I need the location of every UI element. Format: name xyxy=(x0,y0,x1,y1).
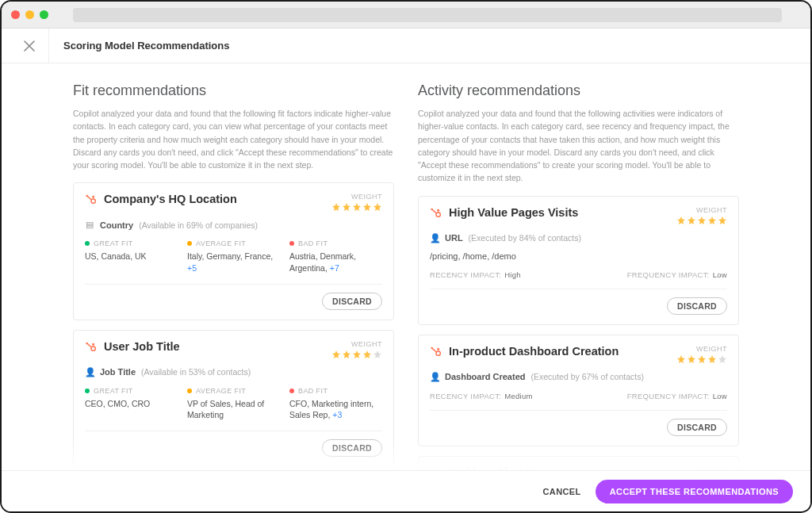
svg-point-6 xyxy=(91,346,95,350)
weight-label: WEIGHT xyxy=(676,345,727,353)
fit-card: User Job Title WEIGHT 👤 Job Title (Avail… xyxy=(73,330,394,467)
minimize-window-icon[interactable] xyxy=(25,10,34,19)
person-icon: 👤 xyxy=(430,372,439,382)
svg-line-8 xyxy=(87,343,91,346)
discard-button[interactable]: DISCARD xyxy=(667,419,727,436)
svg-point-0 xyxy=(92,196,94,198)
weight-label: WEIGHT xyxy=(331,340,382,348)
person-icon: 👤 xyxy=(85,367,94,377)
modal-header: Scoring Model Recommendations xyxy=(2,29,810,63)
svg-point-19 xyxy=(431,208,433,210)
discard-button[interactable]: DISCARD xyxy=(667,297,727,315)
availability-text: (Executed by 67% of contacts) xyxy=(530,372,643,381)
hubspot-icon xyxy=(430,466,442,470)
field-name: Job Title xyxy=(100,367,136,377)
more-link[interactable]: +3 xyxy=(332,410,342,419)
address-bar[interactable] xyxy=(73,8,782,22)
svg-point-29 xyxy=(431,468,433,470)
svg-line-28 xyxy=(432,469,436,470)
great-fit-label: GREAT FIT xyxy=(94,387,133,395)
bad-fit-values: Austria, Denmark, Argentina, xyxy=(289,251,356,273)
dot-orange-icon xyxy=(187,241,192,246)
field-name: Country xyxy=(100,220,133,230)
dot-orange-icon xyxy=(187,389,192,393)
fit-recommendations-column: Fit recommendations Copilot analyzed you… xyxy=(73,82,394,470)
url-list: /pricing, /home, /demo xyxy=(430,251,727,261)
activity-card-title: High Value Pages Visits xyxy=(449,206,578,219)
svg-line-3 xyxy=(87,197,91,200)
hubspot-icon xyxy=(430,206,442,219)
weight-label: WEIGHT xyxy=(676,466,727,470)
activity-card: High Value Pages Visits WEIGHT 👤 URL (Ex… xyxy=(418,196,739,325)
great-fit-label: GREAT FIT xyxy=(94,239,133,247)
svg-line-18 xyxy=(432,209,436,212)
frequency-label: FREQUENCY IMPACT: xyxy=(627,270,710,279)
svg-point-20 xyxy=(437,347,439,350)
cancel-button[interactable]: CANCEL xyxy=(542,487,580,496)
fit-intro: Copilot analyzed your data and found tha… xyxy=(73,107,394,171)
fit-heading: Fit recommendations xyxy=(73,82,394,99)
activity-card-title: In-product Dashboard Creation xyxy=(449,345,619,358)
modal-footer: CANCEL ACCEPT THESE RECOMMENDATIONS xyxy=(2,470,810,511)
svg-point-4 xyxy=(86,195,88,197)
weight-stars xyxy=(331,350,382,359)
person-icon: 👤 xyxy=(430,233,439,243)
close-modal-button[interactable] xyxy=(10,29,49,63)
hubspot-icon xyxy=(85,193,98,205)
recency-label: RECENCY IMPACT: xyxy=(430,392,501,400)
field-name: Dashboard Created xyxy=(445,372,525,381)
accept-recommendations-button[interactable]: ACCEPT THESE RECOMMENDATIONS xyxy=(596,480,793,503)
modal-title: Scoring Model Recommendations xyxy=(49,40,229,52)
weight-stars xyxy=(331,202,382,212)
great-fit-values: US, Canada, UK xyxy=(85,251,178,262)
svg-point-25 xyxy=(437,469,439,470)
svg-point-9 xyxy=(86,342,88,344)
weight-stars xyxy=(676,216,727,225)
activity-card: In-product Dashboard Creation WEIGHT 👤 D… xyxy=(418,335,739,446)
traffic-lights xyxy=(11,10,48,19)
availability-text: (Executed by 84% of contacts) xyxy=(469,233,581,243)
average-fit-values: Italy, Germany, France, xyxy=(187,251,273,261)
more-link[interactable]: +5 xyxy=(187,263,197,273)
fit-card-title: Company's HQ Location xyxy=(104,193,237,205)
close-window-icon[interactable] xyxy=(11,10,20,19)
hubspot-icon xyxy=(430,345,442,358)
activity-intro: Copilot analyzed your data and found tha… xyxy=(418,107,739,185)
more-link[interactable]: +7 xyxy=(330,263,339,273)
activity-heading: Activity recommendations xyxy=(418,82,739,99)
window-chrome xyxy=(2,2,810,29)
bad-fit-label: BAD FIT xyxy=(298,239,327,247)
field-name: URL xyxy=(445,233,463,243)
availability-text: (Available in 69% of companies) xyxy=(139,220,258,230)
svg-point-5 xyxy=(92,343,94,346)
discard-button[interactable]: DISCARD xyxy=(322,293,382,310)
frequency-label: FREQUENCY IMPACT: xyxy=(627,392,710,400)
frequency-value: Low xyxy=(713,392,727,400)
weight-label: WEIGHT xyxy=(331,193,382,201)
dot-green-icon xyxy=(85,241,90,246)
recency-label: RECENCY IMPACT: xyxy=(430,270,501,279)
svg-point-1 xyxy=(91,199,95,203)
maximize-window-icon[interactable] xyxy=(40,10,48,19)
svg-point-16 xyxy=(436,212,440,216)
close-icon xyxy=(24,40,35,52)
activity-card-title: Webinar Sign-Up xyxy=(449,466,542,470)
hubspot-icon xyxy=(85,340,98,353)
recency-value: Medium xyxy=(504,392,533,400)
modal-body: Fit recommendations Copilot analyzed you… xyxy=(2,63,810,470)
activity-recommendations-column: Activity recommendations Copilot analyze… xyxy=(418,82,739,470)
discard-button[interactable]: DISCARD xyxy=(322,439,382,457)
recency-value: High xyxy=(504,270,521,279)
weight-stars xyxy=(676,354,727,364)
svg-line-23 xyxy=(432,348,436,351)
svg-point-24 xyxy=(431,346,433,349)
great-fit-values: CEO, CMO, CRO xyxy=(85,398,178,410)
property-icon: ▤ xyxy=(85,220,94,230)
svg-point-15 xyxy=(437,209,439,211)
dot-green-icon xyxy=(85,389,90,393)
bad-fit-label: BAD FIT xyxy=(298,387,327,395)
frequency-value: Low xyxy=(713,270,727,279)
average-fit-values: VP of Sales, Head of Marketing xyxy=(187,399,264,420)
availability-text: (Available in 53% of contacts) xyxy=(141,367,251,377)
weight-label: WEIGHT xyxy=(676,206,727,214)
